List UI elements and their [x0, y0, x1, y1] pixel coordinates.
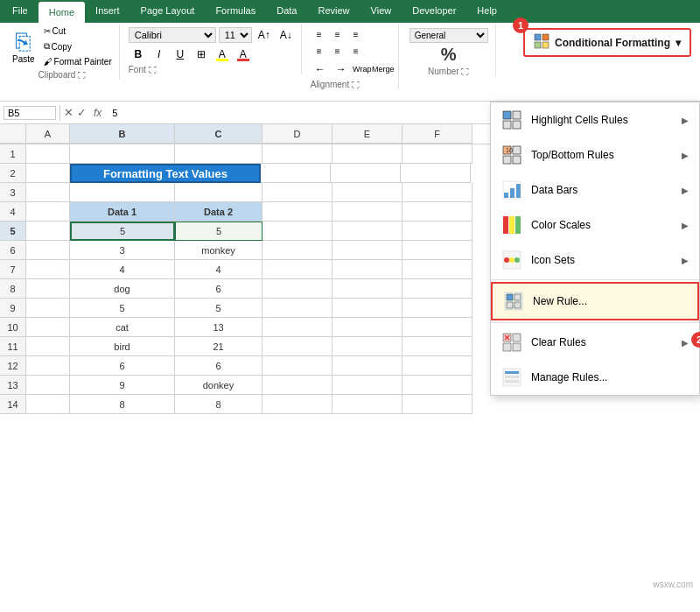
cancel-formula-icon[interactable]: ✕ — [64, 106, 74, 119]
cut-button[interactable]: ✂ Cut — [40, 25, 116, 38]
cell-c7[interactable]: 4 — [175, 260, 262, 279]
tab-data[interactable]: Data — [266, 0, 307, 23]
cell-d12[interactable] — [262, 356, 332, 376]
cell-a6[interactable] — [26, 241, 70, 260]
cell-e1[interactable] — [332, 144, 402, 164]
cell-b4-header[interactable]: Data 1 — [70, 202, 175, 222]
cell-c11[interactable]: 21 — [175, 337, 262, 356]
menu-item-highlight-cells[interactable]: Highlight Cells Rules ▶ — [491, 102, 699, 137]
underline-button[interactable]: U — [171, 46, 190, 63]
cell-b13[interactable]: 9 — [70, 376, 175, 395]
cell-a3[interactable] — [26, 183, 70, 202]
cell-d13[interactable] — [262, 376, 332, 395]
cell-e2[interactable] — [331, 164, 401, 183]
cell-e13[interactable] — [332, 376, 402, 395]
cell-b2-title[interactable]: Formatting Text Values — [70, 164, 261, 183]
cell-f7[interactable] — [402, 260, 472, 279]
tab-formulas[interactable]: Formulas — [205, 0, 266, 23]
cell-c12[interactable]: 6 — [175, 356, 262, 376]
cell-a2[interactable] — [26, 164, 70, 183]
align-bottom-right-icon[interactable]: ≡ — [347, 43, 365, 59]
cell-c13[interactable]: donkey — [175, 376, 262, 395]
align-top-left-icon[interactable]: ≡ — [311, 26, 328, 42]
col-header-b[interactable]: B — [70, 124, 175, 144]
confirm-formula-icon[interactable]: ✓ — [77, 106, 87, 119]
cell-e9[interactable] — [332, 299, 402, 318]
cell-a11[interactable] — [26, 337, 70, 356]
cell-a1[interactable] — [26, 144, 70, 164]
menu-item-top-bottom[interactable]: 10 Top/Bottom Rules ▶ — [491, 137, 699, 172]
col-header-e[interactable]: E — [332, 124, 402, 144]
col-header-c[interactable]: C — [175, 124, 262, 144]
cell-b5-selected[interactable]: 5 — [70, 222, 175, 241]
menu-item-data-bars[interactable]: Data Bars ▶ — [491, 172, 699, 208]
decrease-font-button[interactable]: A↓ — [276, 26, 296, 44]
cell-d2[interactable] — [261, 164, 331, 183]
decrease-indent-button[interactable]: ← — [311, 60, 330, 78]
col-header-a[interactable]: A — [26, 124, 70, 144]
font-color-button[interactable]: A — [234, 46, 253, 63]
cell-b8[interactable]: dog — [70, 279, 175, 299]
cell-d7[interactable] — [262, 260, 332, 279]
menu-item-manage-rules[interactable]: Manage Rules... — [491, 360, 699, 395]
cell-d3[interactable] — [262, 183, 332, 202]
cell-b1[interactable] — [70, 144, 175, 164]
cell-b10[interactable]: cat — [70, 318, 175, 337]
cell-a14[interactable] — [26, 395, 70, 414]
cell-f11[interactable] — [402, 337, 472, 356]
format-painter-button[interactable]: 🖌 Format Painter — [40, 55, 116, 68]
tab-help[interactable]: Help — [466, 0, 508, 23]
increase-font-button[interactable]: A↑ — [255, 26, 274, 44]
cell-a9[interactable] — [26, 299, 70, 318]
cell-f8[interactable] — [402, 279, 472, 299]
cell-e5[interactable] — [332, 222, 402, 241]
cell-f5[interactable] — [402, 222, 472, 241]
align-bottom-center-icon[interactable]: ≡ — [329, 43, 346, 59]
increase-indent-button[interactable]: → — [332, 60, 351, 78]
tab-file[interactable]: File — [2, 0, 38, 23]
col-header-d[interactable]: D — [262, 124, 332, 144]
tab-insert[interactable]: Insert — [85, 0, 130, 23]
menu-item-new-rule[interactable]: New Rule... — [491, 282, 699, 320]
cell-d6[interactable] — [262, 241, 332, 260]
tab-view[interactable]: View — [360, 0, 402, 23]
cell-a8[interactable] — [26, 279, 70, 299]
cell-c5[interactable]: 5 — [175, 222, 262, 241]
cell-a4[interactable] — [26, 202, 70, 222]
cell-a5[interactable] — [26, 222, 70, 241]
tab-page-layout[interactable]: Page Layout — [130, 0, 206, 23]
cell-a7[interactable] — [26, 260, 70, 279]
cell-c8[interactable]: 6 — [175, 279, 262, 299]
cell-e12[interactable] — [332, 356, 402, 376]
cell-c1[interactable] — [175, 144, 262, 164]
cell-d4[interactable] — [262, 202, 332, 222]
cell-f14[interactable] — [402, 395, 472, 414]
cell-f10[interactable] — [402, 318, 472, 337]
cell-b7[interactable]: 4 — [70, 260, 175, 279]
cell-a12[interactable] — [26, 356, 70, 376]
align-top-center-icon[interactable]: ≡ — [329, 26, 346, 42]
cell-e14[interactable] — [332, 395, 402, 414]
copy-button[interactable]: ⧉ Copy — [40, 39, 116, 53]
font-size-select[interactable]: 11 — [219, 27, 252, 43]
cell-e10[interactable] — [332, 318, 402, 337]
paste-button[interactable]: ⎘ Paste — [9, 28, 38, 66]
cell-b12[interactable]: 6 — [70, 356, 175, 376]
cell-b9[interactable]: 5 — [70, 299, 175, 318]
conditional-formatting-button[interactable]: Conditional Formatting ▾ — [523, 28, 691, 57]
col-header-f[interactable]: F — [402, 124, 472, 144]
cell-e3[interactable] — [332, 183, 402, 202]
fill-color-button[interactable]: A — [213, 46, 232, 63]
cell-c3[interactable] — [175, 183, 262, 202]
cell-f4[interactable] — [402, 202, 472, 222]
cell-b14[interactable]: 8 — [70, 395, 175, 414]
cell-e11[interactable] — [332, 337, 402, 356]
wrap-text-button[interactable]: Wrap — [353, 60, 372, 78]
cell-c14[interactable]: 8 — [175, 395, 262, 414]
cell-f13[interactable] — [402, 376, 472, 395]
cell-c10[interactable]: 13 — [175, 318, 262, 337]
cell-e7[interactable] — [332, 260, 402, 279]
cell-f3[interactable] — [402, 183, 472, 202]
cell-d1[interactable] — [262, 144, 332, 164]
font-family-select[interactable]: Calibri — [129, 27, 216, 43]
